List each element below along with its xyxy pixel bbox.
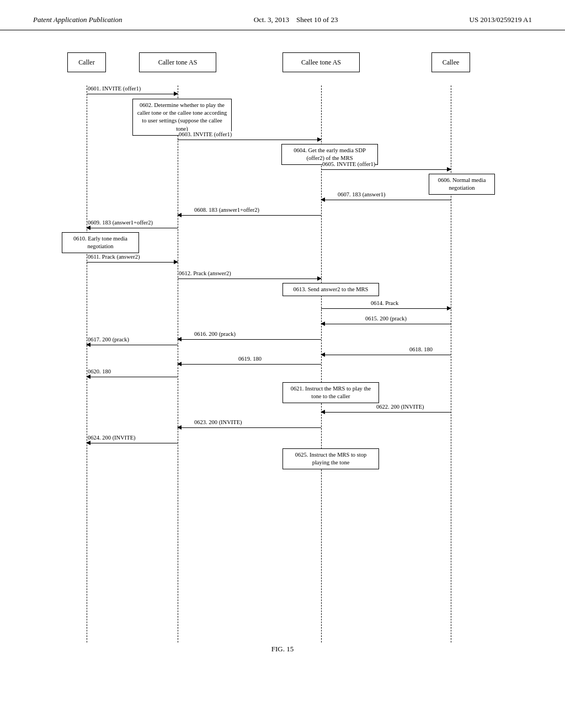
entity-caller: Caller (67, 52, 106, 72)
label-0607: 0607. 183 (answer1) (338, 191, 386, 197)
label-0619: 0619. 180 (238, 356, 262, 362)
arrow-0623 (178, 427, 321, 428)
page: Patent Application Publication Oct. 3, 2… (0, 0, 565, 728)
arrow-0609 (87, 228, 178, 228)
figure-label: FIG. 15 (34, 645, 531, 654)
label-0601: 0601. INVITE (offer1) (88, 85, 141, 92)
label-0609: 0609. 183 (answer1+offer2) (88, 220, 153, 226)
label-0617: 0617. 200 (prack) (88, 336, 129, 342)
entity-caller-tone-as: Caller tone AS (139, 52, 216, 72)
label-0624: 0624. 200 (INVITE) (88, 435, 136, 441)
page-header: Patent Application Publication Oct. 3, 2… (0, 0, 565, 30)
arrow-0620 (87, 377, 178, 377)
arrow-0617 (87, 345, 178, 345)
arrow-0608 (178, 215, 321, 216)
label-0622: 0622. 200 (INVITE) (376, 404, 424, 410)
arrow-0616 (178, 339, 321, 340)
header-left: Patent Application Publication (33, 15, 122, 24)
diagram-area: Caller Caller tone AS Callee tone AS Cal… (34, 52, 531, 659)
label-0605: 0605. INVITE (offer1) (322, 161, 375, 167)
note-0610: 0610. Early tone media negotiation (62, 232, 139, 253)
note-0621: 0621. Instruct the MRS to play the tone … (282, 382, 379, 403)
note-0625: 0625. Instruct the MRS to stop playing t… (282, 448, 379, 469)
label-0615: 0615. 200 (prack) (365, 315, 407, 322)
arrow-0615 (321, 324, 451, 324)
note-0613: 0613. Send answer2 to the MRS (282, 283, 379, 296)
arrow-0614 (321, 308, 451, 309)
arrow-0607 (321, 200, 451, 200)
label-0616: 0616. 200 (prack) (194, 331, 236, 337)
label-0618: 0618. 180 (409, 346, 433, 352)
label-0612: 0612. Prack (answer2) (179, 270, 231, 276)
arrow-0624 (87, 443, 178, 443)
arrow-0601 (87, 94, 178, 94)
arrow-0611 (87, 262, 178, 263)
label-0611: 0611. Prack (answer2) (88, 254, 140, 260)
header-center: Oct. 3, 2013 Sheet 10 of 23 (254, 15, 338, 24)
label-0623: 0623. 200 (INVITE) (194, 419, 242, 425)
header-right: US 2013/0259219 A1 (470, 15, 532, 24)
lane-caller (87, 85, 87, 643)
arrow-0619 (178, 364, 321, 365)
label-0608: 0608. 183 (answer1+offer2) (194, 207, 259, 213)
label-0614: 0614. Prack (371, 300, 398, 306)
arrow-0612 (178, 279, 321, 279)
arrow-0622 (321, 412, 451, 413)
note-0606: 0606. Normal media negotiation (429, 174, 495, 195)
arrow-0603 (178, 140, 321, 140)
note-0602: 0602. Determine whether to play the call… (132, 99, 232, 136)
entity-callee-tone-as: Callee tone AS (282, 52, 360, 72)
label-0603: 0603. INVITE (offer1) (179, 131, 232, 137)
entity-callee: Callee (431, 52, 470, 72)
arrow-0605 (321, 169, 451, 170)
label-0620: 0620. 180 (88, 368, 111, 374)
arrow-0618 (321, 355, 451, 355)
